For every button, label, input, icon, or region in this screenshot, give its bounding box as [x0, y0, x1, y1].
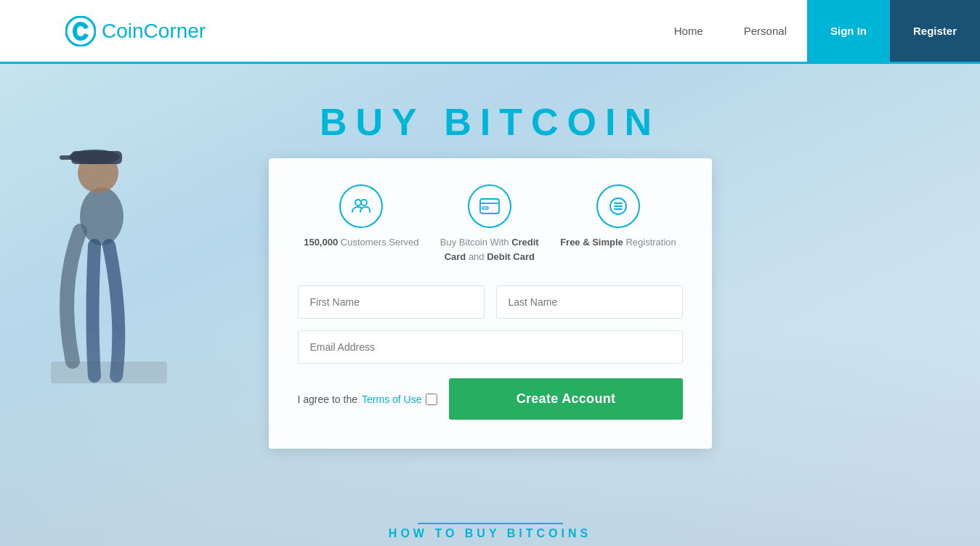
hero-title: BUY BITCOIN: [0, 100, 980, 144]
feature-registration: Free & Simple Registration: [560, 184, 676, 264]
hero-background: BUY BITCOIN 150,000 Customers Served: [0, 64, 980, 546]
svg-point-8: [361, 200, 367, 205]
svg-rect-9: [480, 199, 499, 213]
signin-button[interactable]: Sign In: [807, 0, 890, 62]
credit-card-icon: [479, 198, 500, 214]
feature-customers: 150,000 Customers Served: [304, 184, 418, 264]
navbar: CoinCorner Home Personal Sign In Registe…: [0, 0, 980, 64]
terms-checkbox[interactable]: [426, 394, 437, 405]
terms-prefix-text: I agree to the: [298, 394, 358, 405]
customers-icon-circle: [339, 184, 383, 228]
svg-point-7: [355, 200, 361, 205]
feature-card: Buy Bitcoin With Credit Card and Debit C…: [432, 184, 548, 264]
first-name-input[interactable]: [298, 285, 485, 319]
features-row: 150,000 Customers Served Buy Bitcoin Wit…: [298, 184, 683, 264]
card-icon-circle: [468, 184, 511, 228]
registration-card: 150,000 Customers Served Buy Bitcoin Wit…: [269, 158, 712, 449]
bottom-row: I agree to the Terms of Use Create Accou…: [298, 378, 683, 420]
svg-rect-6: [60, 155, 74, 160]
last-name-input[interactable]: [496, 285, 683, 319]
svg-point-0: [66, 17, 95, 46]
users-icon: [351, 196, 371, 216]
list-icon: [609, 197, 628, 216]
terms-area: I agree to the Terms of Use: [298, 394, 438, 405]
svg-point-2: [80, 187, 123, 245]
nav-home[interactable]: Home: [654, 0, 724, 62]
register-button[interactable]: Register: [890, 0, 980, 62]
how-to-section: HOW TO BUY BITCOINS: [0, 520, 980, 540]
svg-rect-5: [71, 151, 122, 164]
create-account-button[interactable]: Create Account: [449, 378, 682, 420]
how-to-title: HOW TO BUY BITCOINS: [0, 527, 980, 540]
card-text: Buy Bitcoin With Credit Card and Debit C…: [432, 235, 548, 264]
email-input[interactable]: [298, 330, 683, 364]
registration-text: Free & Simple Registration: [560, 235, 676, 250]
svg-rect-11: [482, 207, 488, 209]
logo-text: CoinCorner: [102, 20, 206, 43]
registration-icon-circle: [596, 184, 640, 228]
terms-link[interactable]: Terms of Use: [362, 394, 421, 405]
nav-personal[interactable]: Personal: [724, 0, 807, 62]
customers-text: 150,000 Customers Served: [304, 235, 418, 250]
name-row: [298, 285, 683, 319]
logo: CoinCorner: [65, 16, 206, 46]
logo-icon: [65, 16, 96, 46]
nav-links: Home Personal Sign In Register: [654, 0, 980, 62]
how-to-line: [418, 523, 563, 524]
